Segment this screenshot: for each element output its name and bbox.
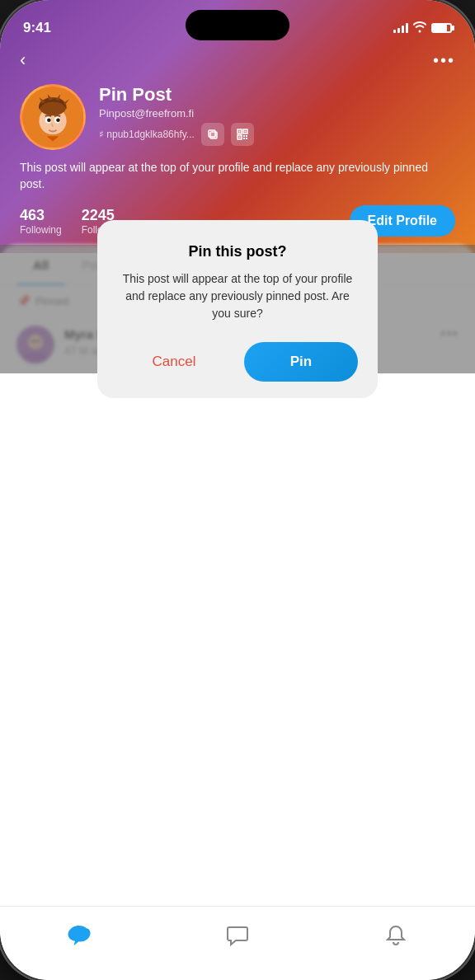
- profile-email: Pinpost@freefrom.fi: [99, 107, 455, 120]
- svg-rect-8: [210, 132, 217, 138]
- back-button[interactable]: ‹: [20, 49, 26, 71]
- dialog-title: Pin this post?: [117, 243, 358, 260]
- svg-point-6: [56, 118, 60, 122]
- pin-button[interactable]: Pin: [244, 342, 358, 382]
- status-icons: [393, 21, 452, 35]
- status-time: 9:41: [23, 20, 51, 36]
- following-stat: 463 Following: [20, 207, 62, 236]
- copy-icon[interactable]: [201, 123, 224, 146]
- svg-rect-15: [243, 135, 245, 137]
- following-label: Following: [20, 224, 62, 236]
- phone-screen: 9:41 ‹: [0, 0, 475, 980]
- content-wrapper: All Post 📌 Pinned: [0, 245, 475, 373]
- nav-chat[interactable]: [209, 917, 266, 954]
- signal-icon: [393, 23, 408, 33]
- bottom-nav: [0, 906, 475, 980]
- overlay: Pin this post? This post will appear at …: [0, 245, 475, 373]
- profile-details: Pin Post Pinpost@freefrom.fi ♯ npub1dgkl…: [99, 84, 455, 146]
- header-nav: ‹ •••: [20, 49, 455, 71]
- wifi-icon: [413, 21, 426, 35]
- cancel-button[interactable]: Cancel: [117, 342, 231, 382]
- following-count: 463: [20, 207, 62, 224]
- pin-notice: This post will appear at the top of your…: [20, 160, 455, 192]
- svg-rect-16: [246, 135, 247, 137]
- qr-icon[interactable]: [231, 123, 254, 146]
- svg-rect-10: [238, 131, 240, 133]
- pin-dialog: Pin this post? This post will appear at …: [97, 220, 378, 398]
- phone-frame: 9:41 ‹: [0, 0, 475, 980]
- npub-text: ♯ npub1dgklka86hfy...: [99, 129, 195, 140]
- dynamic-island: [186, 10, 289, 40]
- profile-name: Pin Post: [99, 84, 455, 106]
- nav-home[interactable]: [51, 917, 107, 954]
- svg-rect-18: [246, 138, 247, 139]
- dialog-message: This post will appear at the top of your…: [117, 270, 358, 322]
- svg-rect-14: [238, 137, 240, 138]
- svg-rect-17: [243, 138, 245, 139]
- svg-rect-12: [244, 131, 246, 133]
- more-button[interactable]: •••: [433, 51, 455, 70]
- profile-info: Pin Post Pinpost@freefrom.fi ♯ npub1dgkl…: [20, 84, 455, 150]
- profile-npub: ♯ npub1dgklka86hfy...: [99, 123, 455, 146]
- svg-point-5: [47, 118, 51, 122]
- dialog-buttons: Cancel Pin: [117, 342, 358, 382]
- nav-bell[interactable]: [368, 917, 424, 954]
- battery-icon: [431, 23, 452, 33]
- avatar: [20, 84, 86, 150]
